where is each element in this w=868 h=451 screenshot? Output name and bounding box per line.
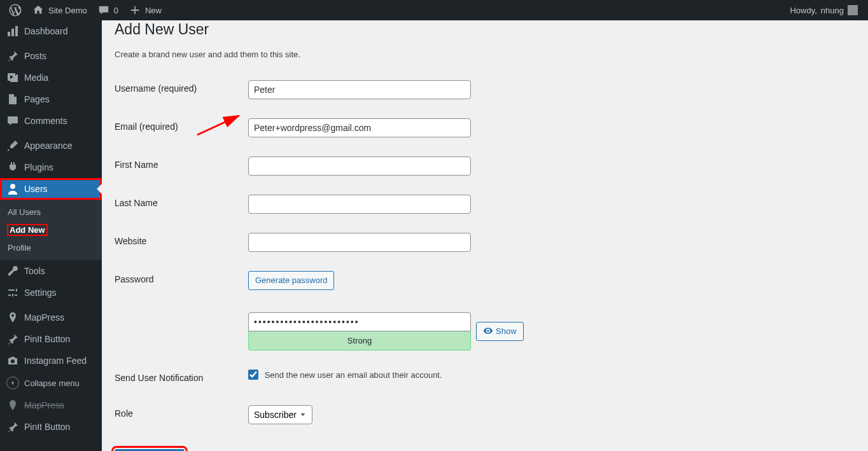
new-label: New: [145, 6, 162, 15]
pin-icon: [6, 420, 19, 433]
label-password: Password: [115, 261, 242, 300]
brush-icon: [6, 139, 19, 152]
sidebar-item-posts[interactable]: Posts: [0, 45, 102, 67]
comments-count: 0: [114, 6, 118, 15]
sidebar-item-pinit[interactable]: PinIt Button: [0, 328, 102, 350]
show-password-button[interactable]: Show: [476, 322, 524, 341]
sidebar-item-pinit-dup[interactable]: PinIt Button: [0, 416, 102, 438]
comment-icon: [97, 4, 110, 17]
page-content: Add New User Create a brand new user and…: [102, 20, 868, 451]
sidebar-item-media[interactable]: Media: [0, 67, 102, 88]
website-field[interactable]: [248, 233, 471, 252]
sidebar-item-appearance[interactable]: Appearance: [0, 135, 102, 156]
page-description: Create a brand new user and add them to …: [115, 50, 855, 59]
site-name: Site Demo: [48, 6, 87, 15]
last-name-field[interactable]: [248, 195, 471, 214]
sidebar-label: Settings: [24, 288, 57, 298]
sub-all-users[interactable]: All Users: [0, 204, 102, 221]
label-first-name: First Name: [115, 147, 242, 185]
user-icon: [6, 183, 19, 195]
map-pin-icon: [6, 311, 19, 324]
pages-icon: [6, 93, 19, 106]
password-field[interactable]: [248, 312, 471, 331]
sidebar-item-settings[interactable]: Settings: [0, 282, 102, 303]
label-last-name: Last Name: [115, 185, 242, 223]
pin-icon: [6, 50, 19, 62]
collapse-icon: [6, 377, 19, 389]
sidebar-item-tools[interactable]: Tools: [0, 260, 102, 282]
role-select[interactable]: Subscriber: [248, 405, 312, 424]
site-link[interactable]: Site Demo: [27, 0, 92, 20]
sidebar-label: PinIt Button: [24, 334, 70, 344]
generate-password-button[interactable]: Generate password: [248, 271, 334, 290]
admin-sidebar: Dashboard Posts Media Pages Comments: [0, 20, 102, 451]
sidebar-label: Appearance: [24, 141, 73, 151]
notification-desc: Send the new user an email about their a…: [265, 370, 442, 380]
sidebar-item-users[interactable]: Users: [0, 178, 102, 200]
notification-toggle[interactable]: Send the new user an email about their a…: [248, 370, 442, 380]
page-title: Add New User: [115, 20, 855, 39]
sidebar-label: MapPress: [24, 312, 64, 323]
sidebar-item-pages[interactable]: Pages: [0, 88, 102, 110]
plus-icon: [129, 4, 141, 17]
label-username: Username (required): [115, 71, 242, 109]
new-link[interactable]: New: [123, 0, 167, 20]
sidebar-label: Plugins: [24, 162, 53, 172]
sidebar-item-instagram[interactable]: Instagram Feed: [0, 350, 102, 371]
users-submenu: All Users Add New Profile: [0, 200, 102, 260]
map-pin-icon: [6, 399, 19, 412]
sidebar-label: Comments: [24, 116, 67, 126]
sidebar-label: Tools: [24, 266, 45, 276]
avatar: [848, 5, 858, 15]
sidebar-label: Users: [24, 184, 48, 194]
sidebar-label: PinIt Button: [24, 422, 70, 432]
camera-icon: [6, 354, 19, 367]
sidebar-item-dashboard[interactable]: Dashboard: [0, 20, 102, 42]
home-icon: [32, 4, 45, 17]
plug-icon: [6, 161, 19, 174]
sidebar-item-mappress[interactable]: MapPress: [0, 307, 102, 328]
arrow-indicator: [97, 184, 102, 194]
sliders-icon: [6, 286, 19, 299]
dashboard-icon: [6, 25, 19, 38]
sidebar-label: Media: [24, 73, 48, 83]
sidebar-item-mappress-dup[interactable]: MapPress: [0, 394, 102, 416]
label-email: Email (required): [115, 109, 242, 147]
password-strength: Strong: [248, 331, 471, 350]
admin-bar: Site Demo 0 New Howdy, nhung: [0, 0, 868, 20]
wordpress-icon: [9, 4, 22, 17]
media-icon: [6, 71, 19, 84]
sidebar-label: Instagram Feed: [24, 356, 87, 366]
sidebar-label: Dashboard: [24, 26, 68, 36]
sidebar-item-comments[interactable]: Comments: [0, 110, 102, 132]
howdy-user: nhung: [821, 6, 844, 15]
label-website: Website: [115, 223, 242, 261]
sub-add-new[interactable]: Add New: [0, 221, 102, 239]
howdy-prefix: Howdy,: [790, 6, 816, 15]
wp-logo[interactable]: [4, 0, 27, 20]
email-field[interactable]: [248, 118, 471, 137]
collapse-menu[interactable]: Collapse menu: [0, 371, 102, 394]
sidebar-label: Pages: [24, 94, 50, 104]
label-notification: Send User Notification: [115, 360, 242, 396]
first-name-field[interactable]: [248, 156, 471, 176]
sub-profile[interactable]: Profile: [0, 239, 102, 256]
howdy-link[interactable]: Howdy, nhung: [785, 0, 863, 20]
pin-icon: [6, 333, 19, 345]
sidebar-label: MapPress: [24, 400, 64, 410]
notification-checkbox[interactable]: [248, 370, 258, 380]
comments-icon: [6, 114, 19, 127]
sidebar-item-plugins[interactable]: Plugins: [0, 156, 102, 178]
eye-icon: [483, 326, 493, 336]
collapse-label: Collapse menu: [24, 378, 80, 388]
username-field[interactable]: [248, 80, 471, 99]
sidebar-label: Posts: [24, 51, 46, 61]
comments-link[interactable]: 0: [92, 0, 123, 20]
wrench-icon: [6, 265, 19, 277]
label-role: Role: [115, 396, 242, 434]
